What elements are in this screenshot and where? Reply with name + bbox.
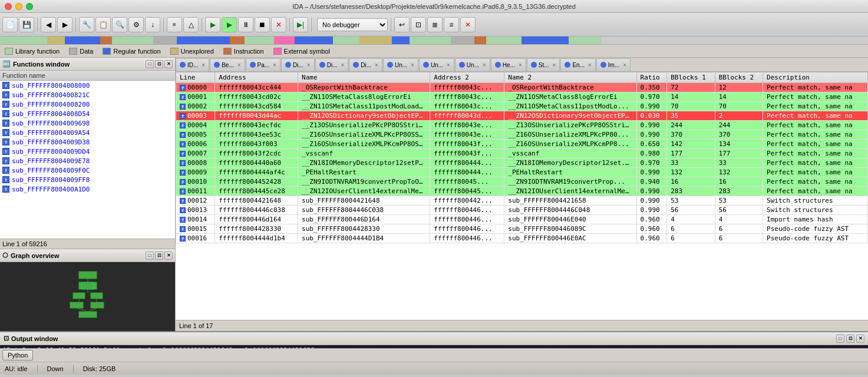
close-button[interactable] (5, 3, 12, 10)
tab-close-1[interactable]: × (237, 62, 241, 68)
table-row[interactable]: f00016ffffff8004444d1b4sub_FFFFFF8004444… (176, 234, 868, 243)
table-header-name[interactable]: Name (298, 72, 430, 83)
toolbar-btn-run[interactable]: ▶ (205, 17, 220, 32)
table-row[interactable]: f00012ffffff8004421648sub_FFFFFF80044216… (176, 196, 868, 206)
function-list-item[interactable]: fsub_FFFFFF8004009F0C (0, 166, 175, 175)
table-header-line[interactable]: Line (176, 72, 215, 83)
table-header-bblocks-2[interactable]: BBlocks 2 (715, 72, 763, 83)
table-row[interactable]: f00015ffffff8004428330sub_FFFFFF80044283… (176, 224, 868, 234)
graph-float-btn[interactable]: ⊡ (155, 252, 163, 260)
tab-close-9[interactable]: × (519, 62, 522, 68)
tab-0[interactable]: ID...× (176, 58, 209, 71)
tab-close-10[interactable]: × (553, 62, 556, 68)
tab-close-6[interactable]: × (411, 62, 414, 68)
toolbar-btn-b[interactable]: ⊡ (411, 17, 426, 32)
tab-1[interactable]: Be...× (210, 58, 245, 71)
tab-2[interactable]: Pa...× (246, 58, 280, 71)
toolbar-btn-d[interactable]: ≡ (444, 17, 459, 32)
toolbar-btn-3[interactable]: 🔍 (112, 17, 127, 32)
table-row[interactable]: f00010ffffff8004452428__ZN9IODTNVRAM19co… (176, 177, 868, 187)
navmap-segment[interactable] (474, 37, 486, 44)
toolbar-btn-a[interactable]: ↩ (394, 17, 410, 32)
navmap-segment[interactable] (47, 37, 65, 44)
function-list-item[interactable]: fsub_FFFFFF800400A1D0 (0, 184, 175, 194)
table-row[interactable]: f00005ffffff80043ee53c__Z16OSUnserialize… (176, 130, 868, 140)
function-list-item[interactable]: fsub_FFFFFF8004009DD4 (0, 147, 175, 156)
navmap-segment[interactable] (333, 37, 359, 44)
table-row[interactable]: f00009ffffff8004444af4c_PEHaltRestartfff… (176, 168, 868, 177)
table-row[interactable]: f00002ffffff80043cd584__ZN11OSMetaClass1… (176, 102, 868, 111)
function-list-item[interactable]: fsub_FFFFFF8004009E78 (0, 156, 175, 166)
diff-table-container[interactable]: LineAddressNameAddress 2Name 2RatioBBloc… (176, 72, 868, 320)
function-list-item[interactable]: fsub_FFFFFF8004009D38 (0, 137, 175, 147)
function-list-item[interactable]: fsub_FFFFFF8004008D54 (0, 109, 175, 118)
tab-5[interactable]: Di...× (349, 58, 382, 71)
toolbar-btn-new[interactable]: 📄 (2, 17, 18, 32)
navmap-segment[interactable] (522, 37, 569, 44)
function-list-item[interactable]: fsub_FFFFFF8004008000 (0, 81, 175, 90)
toolbar-btn-save[interactable]: 💾 (19, 17, 34, 32)
table-row[interactable]: f00006ffffff80043f003__Z16OSUnserializeX… (176, 140, 868, 149)
table-row[interactable]: f00014ffffff800446d164sub_FFFFFF800446D1… (176, 215, 868, 224)
tab-8[interactable]: Un...× (455, 58, 490, 71)
tab-6[interactable]: Un...× (383, 58, 418, 71)
navmap-segment[interactable] (295, 37, 333, 44)
output-close-btn[interactable]: ✕ (856, 335, 864, 343)
table-row[interactable]: f00004ffffff80043ecfdc__Z13OSUnserialize… (176, 121, 868, 130)
tab-close-7[interactable]: × (447, 62, 450, 68)
panel-close-btn[interactable]: ✕ (164, 60, 173, 68)
tab-10[interactable]: St...× (527, 58, 560, 71)
tab-9[interactable]: He...× (491, 58, 526, 71)
graph-minimize-btn[interactable]: □ (146, 252, 154, 260)
navmap-segment[interactable] (100, 37, 112, 44)
toolbar-btn-c[interactable]: ≣ (427, 17, 443, 32)
function-list-item[interactable]: fsub_FFFFFF8004009FF8 (0, 175, 175, 184)
table-row[interactable]: f00000ffffff80043cc444_OSReportWithBackt… (176, 83, 868, 92)
navmap-segment[interactable] (569, 37, 601, 44)
navmap-segment[interactable] (410, 37, 451, 44)
output-minimize-btn[interactable]: □ (836, 335, 844, 343)
function-list-item[interactable]: fsub_FFFFFF8004009A54 (0, 128, 175, 137)
tab-11[interactable]: En...× (560, 58, 595, 71)
tab-close-5[interactable]: × (375, 62, 378, 68)
table-row[interactable]: f00003ffffff80043d44ac__ZN12OSDictionary… (176, 111, 868, 121)
table-header-bblocks-1[interactable]: BBlocks 1 (667, 72, 715, 83)
function-list[interactable]: fsub_FFFFFF8004008000fsub_FFFFFF80040082… (0, 81, 175, 239)
toolbar-btn-forward[interactable]: ▶ (57, 17, 72, 32)
table-row[interactable]: f00013ffffff8004446c038sub_FFFFFF8004446… (176, 206, 868, 215)
tab-4[interactable]: Di...× (315, 58, 349, 71)
navmap-segment[interactable] (451, 37, 474, 44)
navmap-segment[interactable] (392, 37, 410, 44)
tab-12[interactable]: Im...× (596, 58, 631, 71)
table-header-ratio[interactable]: Ratio (636, 72, 667, 83)
maximize-button[interactable] (26, 3, 33, 10)
tab-7[interactable]: Un...× (419, 58, 454, 71)
tab-close-11[interactable]: × (588, 62, 592, 68)
graph-close-btn[interactable]: ✕ (164, 252, 173, 260)
toolbar-btn-2[interactable]: 📋 (95, 17, 111, 32)
toolbar-btn-run2[interactable]: ▶ (222, 17, 237, 32)
tab-close-12[interactable]: × (623, 62, 626, 68)
python-button[interactable]: Python (2, 350, 33, 361)
tab-close-2[interactable]: × (273, 62, 276, 68)
function-list-item[interactable]: fsub_FFFFFF8004008200 (0, 100, 175, 109)
debugger-select[interactable]: No debugger (317, 18, 388, 31)
navmap-segment[interactable] (230, 37, 245, 44)
table-row[interactable]: f00001ffffff80043cd02c__ZN11OSMetaClass8… (176, 92, 868, 102)
navmap-segment[interactable] (359, 37, 392, 44)
tab-close-0[interactable]: × (202, 62, 205, 68)
navmap-segment[interactable] (486, 37, 522, 44)
function-list-item[interactable]: fsub_FFFFFF800400821C (0, 90, 175, 100)
navmap-segment[interactable] (177, 37, 230, 44)
tab-close-4[interactable]: × (341, 62, 344, 68)
navmap-segment[interactable] (65, 37, 100, 44)
panel-float-btn[interactable]: ⊡ (155, 60, 163, 68)
toolbar-btn-4[interactable]: ⚙ (128, 17, 144, 32)
table-row[interactable]: f00007ffffff80043f2cdc_vsscanfffffff8004… (176, 149, 868, 158)
toolbar-btn-e[interactable]: ✕ (460, 17, 476, 32)
toolbar-btn-x[interactable]: ✕ (271, 17, 286, 32)
navmap-segment[interactable] (0, 37, 47, 44)
table-row[interactable]: f00008ffffff8004440a60__ZN18IOMemoryDesc… (176, 158, 868, 168)
toolbar-btn-stop2[interactable]: ⏹ (255, 17, 270, 32)
tab-close-3[interactable]: × (307, 62, 311, 68)
